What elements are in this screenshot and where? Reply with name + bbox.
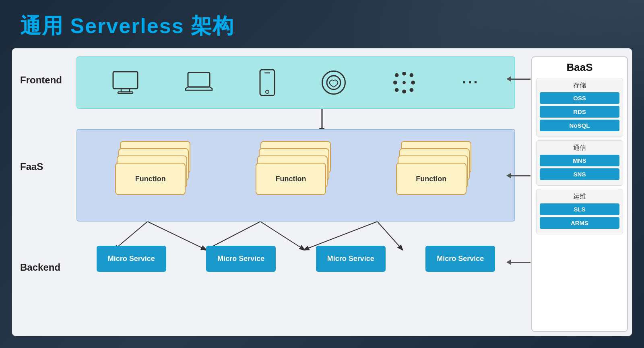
micro-service-2: Micro Service — [206, 246, 276, 272]
function-card-main-1: Function — [115, 163, 186, 195]
faas-box: Function Function Function — [76, 129, 515, 222]
svg-point-13 — [394, 88, 398, 92]
svg-point-9 — [402, 72, 406, 76]
laptop-icon — [185, 71, 213, 94]
baas-rds-btn: RDS — [540, 106, 619, 118]
svg-point-8 — [394, 73, 398, 77]
baas-arms-btn: ARMS — [540, 217, 619, 229]
baas-storage-title: 存储 — [540, 81, 619, 90]
baas-panel: BaaS 存储 OSS RDS NoSQL 通信 MNS SNS 运维 SLS … — [531, 56, 628, 332]
svg-point-11 — [393, 81, 397, 85]
mobile-icon — [259, 69, 275, 96]
baas-mns-btn: MNS — [540, 155, 619, 166]
function-stack-2: Function — [256, 141, 336, 209]
frontend-label: Frontend — [20, 75, 62, 86]
more-icon: ··· — [462, 74, 479, 91]
faas-label: FaaS — [20, 161, 43, 172]
baas-arrow-faas — [510, 175, 530, 176]
iota-icon — [392, 70, 416, 95]
svg-point-5 — [266, 90, 269, 93]
wechat-icon — [322, 70, 346, 95]
baas-ops-section: 运维 SLS ARMS — [536, 189, 623, 234]
baas-ops-title: 运维 — [540, 193, 619, 201]
svg-rect-0 — [113, 72, 138, 89]
function-card-main-2: Function — [256, 163, 326, 195]
frontend-box: ··· — [76, 56, 515, 109]
svg-point-16 — [402, 81, 406, 84]
svg-point-10 — [409, 73, 413, 77]
baas-title: BaaS — [536, 61, 623, 74]
baas-oss-btn: OSS — [540, 92, 619, 104]
svg-point-15 — [409, 88, 413, 92]
baas-sns-btn: SNS — [540, 168, 619, 180]
svg-point-14 — [402, 89, 406, 93]
baas-arrow-backend — [510, 262, 530, 263]
baas-comm-title: 通信 — [540, 144, 619, 152]
backend-label: Backend — [20, 262, 60, 273]
micro-service-1: Micro Service — [97, 246, 166, 272]
svg-rect-4 — [260, 70, 275, 95]
svg-rect-3 — [188, 72, 210, 87]
svg-rect-2 — [118, 92, 133, 93]
page-title: 通用 Serverless 架构 — [20, 12, 234, 40]
backend-row: Micro Service Micro Service Micro Servic… — [76, 246, 515, 272]
micro-service-4: Micro Service — [425, 246, 495, 272]
svg-point-12 — [411, 81, 415, 85]
function-card-main-3: Function — [396, 163, 466, 195]
micro-service-3: Micro Service — [316, 246, 386, 272]
baas-nosql-btn: NoSQL — [540, 120, 619, 131]
function-stack-1: Function — [115, 141, 196, 209]
function-stack-3: Function — [396, 141, 477, 209]
frontend-faas-arrow — [322, 109, 323, 129]
baas-arrow-frontend — [510, 79, 530, 80]
main-content: Frontend FaaS Backend — [12, 48, 632, 336]
desktop-icon — [112, 71, 138, 94]
baas-comm-section: 通信 MNS SNS — [536, 140, 623, 186]
baas-sls-btn: SLS — [540, 203, 619, 215]
baas-storage-section: 存储 OSS RDS NoSQL — [536, 78, 623, 137]
